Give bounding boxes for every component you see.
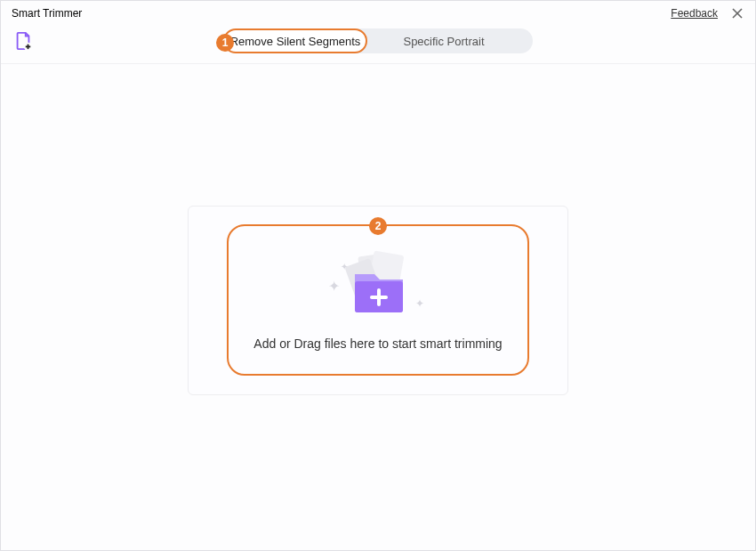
tab-remove-silent-segments[interactable]: 1 Remove Silent Segments bbox=[223, 28, 367, 53]
content-area: 2 ✦ ✦ bbox=[1, 64, 755, 536]
title-bar: Smart Trimmer Feedback bbox=[1, 1, 755, 26]
close-button[interactable] bbox=[730, 6, 744, 20]
folder-add-icon: ✦ ✦ ✦ bbox=[325, 249, 431, 320]
window-title: Smart Trimmer bbox=[12, 7, 82, 20]
title-bar-actions: Feedback bbox=[671, 6, 744, 20]
mode-tabs: 1 Remove Silent Segments Specific Portra… bbox=[223, 28, 533, 53]
drop-zone[interactable]: 2 ✦ ✦ bbox=[227, 224, 529, 376]
step-badge-1: 1 bbox=[216, 34, 234, 52]
add-file-icon[interactable] bbox=[13, 31, 33, 51]
tab-active-label: Remove Silent Segments bbox=[230, 35, 361, 48]
drop-card: 2 ✦ ✦ bbox=[188, 206, 568, 395]
close-icon bbox=[731, 7, 744, 20]
sparkle-icon: ✦ bbox=[328, 278, 340, 295]
smart-trimmer-window: Smart Trimmer Feedback 1 bbox=[0, 0, 756, 551]
toolbar: 1 Remove Silent Segments Specific Portra… bbox=[1, 26, 755, 64]
step-badge-2: 2 bbox=[369, 217, 387, 235]
feedback-link[interactable]: Feedback bbox=[671, 7, 718, 20]
drop-zone-text: Add or Drag files here to start smart tr… bbox=[253, 336, 502, 351]
tab-inactive-label: Specific Portrait bbox=[403, 35, 484, 48]
tab-specific-portrait[interactable]: Specific Portrait bbox=[355, 28, 533, 53]
sparkle-icon: ✦ bbox=[341, 262, 348, 271]
sparkle-icon: ✦ bbox=[415, 297, 424, 310]
